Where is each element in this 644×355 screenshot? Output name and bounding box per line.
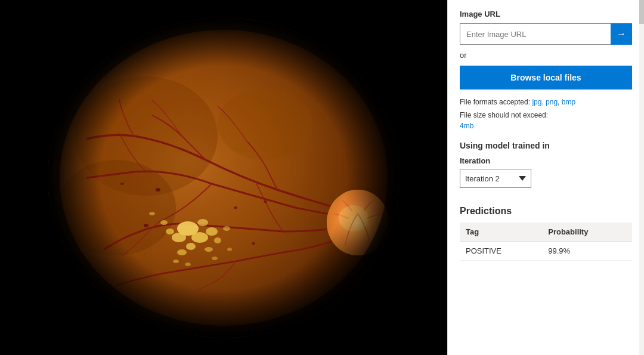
- scrollbar[interactable]: [639, 0, 644, 355]
- scroll-thumb[interactable]: [639, 0, 644, 24]
- predictions-title: Predictions: [460, 206, 632, 217]
- retinal-image: [27, 17, 420, 339]
- iteration-label: Iteration: [460, 156, 632, 165]
- eye-image-container: [27, 11, 420, 345]
- predictions-table: Tag Probability POSITIVE 99.9%: [460, 223, 632, 261]
- table-body: POSITIVE 99.9%: [460, 242, 632, 261]
- browse-local-files-button[interactable]: Browse local files: [460, 66, 632, 89]
- table-header: Tag Probability: [460, 223, 632, 242]
- table-row: POSITIVE 99.9%: [460, 242, 632, 261]
- tag-cell: POSITIVE: [460, 242, 542, 261]
- iteration-select[interactable]: Iteration 1 Iteration 2 Iteration 3: [460, 169, 531, 188]
- tag-column-header: Tag: [460, 223, 542, 242]
- table-header-row: Tag Probability: [460, 223, 632, 242]
- url-submit-button[interactable]: →: [611, 23, 632, 45]
- file-formats-link: jpg, png, bmp: [532, 98, 575, 106]
- right-panel: Image URL → or Browse local files File f…: [447, 0, 644, 355]
- probability-cell: 99.9%: [542, 242, 632, 261]
- or-text: or: [460, 51, 632, 60]
- arrow-icon: →: [617, 29, 626, 39]
- url-row: →: [460, 23, 632, 45]
- probability-column-header: Probability: [542, 223, 632, 242]
- file-size-link: 4mb: [460, 122, 473, 130]
- model-section: Using model trained in Iteration Iterati…: [460, 141, 632, 188]
- image-url-label: Image URL: [460, 10, 632, 18]
- image-panel: [0, 0, 447, 355]
- file-size-info: File size should not exceed: 4mb: [460, 110, 632, 131]
- predictions-section: Predictions Tag Probability POSITIVE 99.…: [460, 206, 632, 261]
- file-formats-text: File formats accepted:: [460, 98, 530, 106]
- model-section-title: Using model trained in: [460, 141, 632, 150]
- image-url-section: Image URL →: [460, 10, 632, 45]
- url-input[interactable]: [460, 23, 611, 45]
- file-size-text: File size should not exceed:: [460, 111, 548, 119]
- file-formats-info: File formats accepted: jpg, png, bmp: [460, 97, 632, 107]
